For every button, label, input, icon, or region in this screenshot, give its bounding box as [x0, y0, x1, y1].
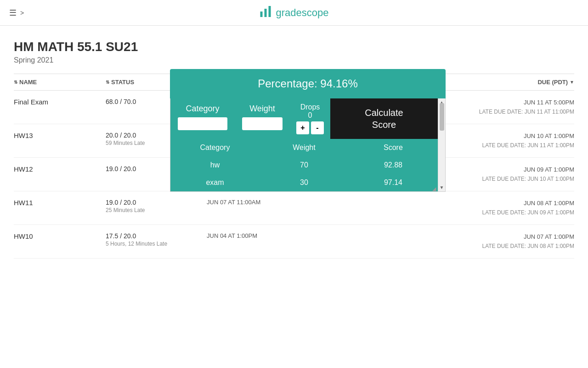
popup-scroll-wrapper: Category Weight Drops 0: [170, 98, 445, 191]
row-status: 17.5 / 20.0 5 Hours, 12 Minutes Late: [106, 232, 207, 247]
svg-rect-1: [265, 9, 267, 17]
row-due-date: JUN 11 AT 5:00PM: [479, 98, 574, 108]
top-nav: ☰ > gradescope: [0, 0, 588, 26]
row-due-date: JUN 09 AT 1:00PM: [482, 165, 574, 175]
popup-td-weight-0: 70: [260, 156, 349, 174]
category-label: Category: [186, 104, 219, 114]
popup-th-score: Score: [349, 139, 438, 156]
col-name-header[interactable]: ⇅ NAME: [14, 79, 106, 86]
drops-plus-button[interactable]: +: [296, 121, 309, 134]
row-late-status: 25 Minutes Late: [106, 207, 207, 213]
logo-area: gradescope: [260, 5, 329, 21]
calculate-score-button[interactable]: CalculateScore: [365, 107, 403, 131]
popup-th-category: Category: [170, 139, 260, 156]
popup-th-weight: Weight: [260, 139, 349, 156]
hamburger-icon: ☰: [9, 8, 17, 18]
popup-data-row-1: exam 30 97.14: [170, 174, 438, 191]
resize-handle[interactable]: ◢: [432, 186, 438, 191]
row-name[interactable]: HW11: [14, 199, 106, 207]
row-name[interactable]: Final Exam: [14, 98, 106, 106]
grade-calculator-popup: Percentage: 94.16% Category: [170, 69, 446, 192]
drops-minus-button[interactable]: -: [311, 121, 324, 134]
page-content: HM MATH 55.1 SU21 Spring 2021 Percentage…: [0, 26, 588, 259]
logo-text: gradescope: [276, 7, 329, 19]
row-late-due: LATE DUE DATE: JUN 11 AT 1:00PM: [482, 141, 574, 150]
scroll-thumb[interactable]: [440, 103, 444, 131]
popup-td-weight-1: 30: [260, 174, 349, 191]
popup-table-header: Category Weight Score: [170, 139, 438, 156]
popup-body: Category Weight Drops 0: [170, 98, 446, 192]
table-row: HW11 19.0 / 20.0 25 Minutes Late JUN 07 …: [14, 191, 574, 225]
row-late-status: 5 Hours, 12 Minutes Late: [106, 241, 207, 247]
percentage-bar: Percentage: 94.16%: [170, 69, 446, 98]
col-status-label: STATUS: [111, 79, 134, 86]
category-block: Category: [170, 98, 235, 139]
course-title: HM MATH 55.1 SU21: [14, 40, 574, 54]
popup-td-score-1: 97.14: [349, 174, 438, 191]
category-input[interactable]: [178, 117, 227, 130]
row-late-due: LATE DUE DATE: JUN 10 AT 1:00PM: [482, 175, 574, 184]
row-due-date: JUN 08 AT 1:00PM: [482, 199, 574, 208]
sort-due-icon: ▼: [570, 80, 574, 85]
svg-rect-0: [260, 12, 263, 17]
row-name[interactable]: HW13: [14, 132, 106, 139]
menu-toggle[interactable]: ☰ >: [9, 8, 24, 18]
row-status-main: 17.5 / 20.0: [106, 232, 207, 240]
row-due: JUN 07 AT 1:00PM LATE DUE DATE: JUN 08 A…: [482, 232, 574, 251]
row-release: JUN 07 AT 11:00AM: [207, 199, 482, 206]
row-name[interactable]: HW12: [14, 165, 106, 173]
col-due-header[interactable]: DUE (PDT) ▼: [537, 79, 574, 86]
table-row: HW10 17.5 / 20.0 5 Hours, 12 Minutes Lat…: [14, 225, 574, 259]
popup-data-row: hw 70 92.88: [170, 156, 438, 174]
chevron-right-icon: >: [20, 9, 24, 17]
row-due-date: JUN 07 AT 1:00PM: [482, 232, 574, 242]
svg-rect-2: [269, 6, 271, 17]
calculate-score-block[interactable]: CalculateScore: [330, 98, 438, 139]
row-status: 19.0 / 20.0 25 Minutes Late: [106, 199, 207, 213]
sort-status-icon: ⇅: [106, 80, 109, 85]
weight-label: Weight: [249, 104, 275, 114]
row-late-due: LATE DUE DATE: JUN 11 AT 11:00PM: [479, 108, 574, 116]
row-due-date: JUN 10 AT 1:00PM: [482, 132, 574, 141]
drops-label: Drops: [300, 103, 320, 111]
weight-block: Weight: [235, 98, 290, 139]
drops-controls: + -: [296, 121, 324, 134]
popup-td-category-0: hw: [170, 156, 260, 174]
popup-controls-row: Category Weight Drops 0: [170, 98, 438, 139]
main-area: Percentage: 94.16% Category: [14, 74, 574, 259]
row-status-main: 19.0 / 20.0: [106, 199, 207, 206]
popup-td-category-1: exam: [170, 174, 260, 191]
sort-name-icon: ⇅: [14, 80, 17, 85]
popup-td-score-0: 92.88: [349, 156, 438, 174]
drops-block: Drops 0 + -: [290, 98, 330, 139]
row-due: JUN 08 AT 1:00PM LATE DUE DATE: JUN 09 A…: [482, 199, 574, 217]
col-due-label: DUE (PDT): [537, 79, 568, 86]
col-name-label: NAME: [19, 79, 37, 86]
logo-icon: [260, 5, 272, 21]
row-name[interactable]: HW10: [14, 232, 106, 240]
course-subtitle: Spring 2021: [14, 56, 574, 64]
popup-scroll-content: Category Weight Drops 0: [170, 98, 438, 191]
popup-scrollbar[interactable]: ▲ ▼: [438, 98, 445, 191]
weight-input[interactable]: [242, 117, 283, 130]
row-late-due: LATE DUE DATE: JUN 09 AT 1:00PM: [482, 208, 574, 217]
drops-value: 0: [308, 111, 312, 120]
row-due: JUN 10 AT 1:00PM LATE DUE DATE: JUN 11 A…: [482, 132, 574, 150]
row-due: JUN 11 AT 5:00PM LATE DUE DATE: JUN 11 A…: [479, 98, 574, 116]
row-due: JUN 09 AT 1:00PM LATE DUE DATE: JUN 10 A…: [482, 165, 574, 184]
row-release: JUN 04 AT 1:00PM: [207, 232, 482, 239]
row-late-due: LATE DUE DATE: JUN 08 AT 1:00PM: [482, 242, 574, 251]
scroll-down-icon[interactable]: ▼: [438, 184, 445, 191]
